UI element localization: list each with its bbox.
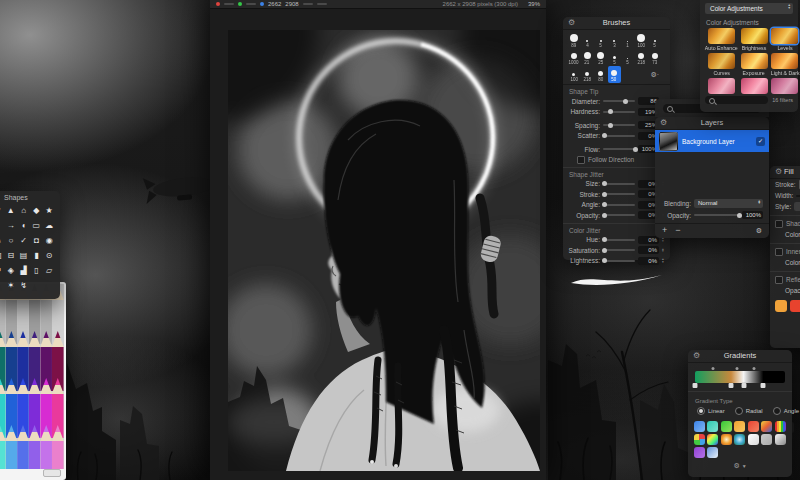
display-icon[interactable]: ⊟ — [5, 248, 17, 263]
color-adjustments-panel[interactable]: Color Adjustments ▲▼ Color Adjustments A… — [700, 0, 798, 112]
slider-knob[interactable] — [633, 147, 638, 152]
stroke-width-value[interactable] — [796, 195, 800, 197]
gradient-preset-swatch[interactable] — [761, 434, 772, 445]
gradient-preset-swatch[interactable] — [707, 434, 718, 445]
gradient-preset-swatch[interactable] — [748, 421, 759, 432]
camera-icon[interactable]: ▣ — [0, 248, 4, 263]
brush-preset[interactable]: 1000 — [567, 49, 581, 66]
brush-preset[interactable]: 80 — [594, 66, 608, 83]
gradient-preset-swatch[interactable] — [694, 434, 705, 445]
pentagon-icon[interactable]: ⌂ — [18, 203, 30, 218]
opacity-value[interactable]: 100% — [742, 211, 763, 219]
gear-icon[interactable]: ⚙ — [733, 462, 739, 469]
scatter-slider[interactable] — [603, 135, 635, 137]
gear-icon[interactable]: ⚙ — [775, 166, 782, 178]
check-icon[interactable]: ✓ — [18, 233, 30, 248]
stepper-icon[interactable]: ▴▾ — [662, 248, 666, 253]
gradient-editor-strip[interactable] — [695, 371, 785, 383]
brushes-panel[interactable]: ⚙ Brushes 894531100510002125552187310021… — [563, 17, 670, 260]
brush-preset[interactable]: 89 — [567, 32, 581, 49]
gear-icon[interactable]: ⚙ — [660, 117, 667, 129]
gradient-stop-handle[interactable] — [729, 383, 734, 388]
battery-icon[interactable]: ▯ — [30, 263, 42, 278]
document-titlebar[interactable]: 2662 2908 2662 x 2908 pixels (300 dpi) 3… — [210, 0, 546, 9]
gradient-type-linear[interactable]: Linear — [697, 407, 725, 415]
signal-icon[interactable]: ▟ — [18, 263, 30, 278]
brush-preset[interactable]: 218 — [581, 66, 595, 83]
adjustment-item-exposure[interactable]: Exposure — [741, 53, 768, 77]
opacity-slider[interactable] — [694, 214, 739, 216]
slider-knob[interactable] — [602, 192, 607, 197]
adjustment-item[interactable] — [704, 78, 739, 94]
brush-menu-button[interactable]: ⚙· — [648, 66, 662, 83]
adjustments-search-input[interactable] — [705, 96, 768, 104]
eye-icon[interactable]: ◉ — [43, 233, 55, 248]
shapes-panel[interactable]: Shapes ▼▲⌂◆★↑→◖▭☁✎○✓◘◉▣⊟▤▮⊙⚑◈▟▯▱☾✶↯ — [0, 191, 60, 299]
gradient-midpoint-handle[interactable] — [752, 367, 755, 370]
gradient-preset-swatch[interactable] — [721, 421, 732, 432]
diamond-icon[interactable]: ◆ — [30, 203, 42, 218]
hardness-slider[interactable] — [603, 111, 635, 113]
gradient-stop-handle[interactable] — [741, 383, 746, 388]
gear-icon[interactable]: ⚙ — [693, 350, 700, 362]
brush-preset[interactable]: 5 — [594, 32, 608, 49]
pencil-icon[interactable]: ✎ — [0, 233, 4, 248]
brush-preset[interactable]: 21 — [581, 49, 595, 66]
angle-slider[interactable] — [603, 204, 635, 206]
adjustment-item[interactable] — [741, 78, 768, 94]
chat-icon[interactable]: ▤ — [18, 248, 30, 263]
moon-icon[interactable]: ☾ — [0, 278, 4, 293]
brush-preset[interactable]: 3 — [608, 32, 622, 49]
adjustment-item-brightness[interactable]: Brightness — [741, 28, 768, 52]
color-swatch[interactable] — [790, 300, 800, 312]
red-dot-icon[interactable] — [216, 2, 220, 6]
adjustment-item-curves[interactable]: Curves — [704, 53, 739, 77]
diameter-slider[interactable] — [603, 100, 635, 102]
slider-knob[interactable] — [602, 202, 607, 207]
size-slider[interactable] — [603, 183, 635, 185]
slider-knob[interactable] — [602, 213, 607, 218]
layer-options-icon[interactable]: ⚙ — [756, 224, 762, 237]
arrow-right-icon[interactable]: → — [5, 218, 17, 233]
flow-slider[interactable] — [603, 148, 635, 150]
page-icon[interactable]: ▱ — [43, 263, 55, 278]
brush-preset[interactable]: 5 — [608, 49, 622, 66]
lightness-value[interactable]: 0% — [638, 257, 659, 265]
speech-bubble-icon[interactable]: ◖ — [18, 218, 30, 233]
spacing-slider[interactable] — [603, 124, 635, 126]
lightness-slider[interactable] — [603, 260, 635, 262]
bolt-icon[interactable]: ↯ — [18, 278, 30, 293]
layer-visibility-checkbox[interactable]: ✓ — [756, 137, 765, 146]
brush-preset[interactable]: 1 — [621, 32, 635, 49]
brush-preset[interactable]: 100 — [635, 32, 649, 49]
gradient-preset-swatch[interactable] — [734, 434, 745, 445]
gradient-type-radial[interactable]: Radial — [735, 407, 763, 415]
flag-icon[interactable]: ⚑ — [0, 263, 4, 278]
green-dot-icon[interactable] — [238, 2, 242, 6]
slider-knob[interactable] — [602, 133, 607, 138]
gradient-preset-swatch[interactable] — [721, 434, 732, 445]
butterfly-icon[interactable]: ✶ — [5, 278, 17, 293]
gradient-preset-swatch[interactable] — [707, 421, 718, 432]
blending-select[interactable]: Normal ▲▼ — [694, 199, 763, 208]
slider-knob[interactable] — [602, 258, 607, 263]
bookmark-icon[interactable]: ▮ — [30, 248, 42, 263]
adjustment-item-levels[interactable]: Levels — [770, 28, 800, 52]
width-field[interactable]: 2662 — [268, 0, 281, 9]
slider-knob[interactable] — [608, 123, 613, 128]
pencils-window-button[interactable] — [43, 469, 61, 477]
brush-preset[interactable]: 100 — [567, 66, 581, 83]
brush-preset[interactable]: 50 — [608, 66, 622, 83]
stroke-style-select[interactable] — [794, 202, 800, 211]
inner-shadow-checkbox[interactable] — [775, 248, 783, 256]
gradient-midpoint-handle[interactable] — [712, 367, 715, 370]
gradient-stop-handle[interactable] — [693, 383, 698, 388]
adjustment-item[interactable] — [770, 78, 800, 94]
chevron-down-icon[interactable]: ▼ — [742, 463, 747, 469]
shape-icon[interactable]: ▼ — [0, 203, 4, 218]
gradient-stop-handle[interactable] — [761, 383, 766, 388]
star-icon[interactable]: ★ — [43, 203, 55, 218]
arrow-up-icon[interactable]: ↑ — [0, 218, 4, 233]
stroke-slider[interactable] — [603, 193, 635, 195]
gradients-panel[interactable]: ⚙ Gradients Gradient Type LinearRadialAn… — [688, 350, 792, 477]
